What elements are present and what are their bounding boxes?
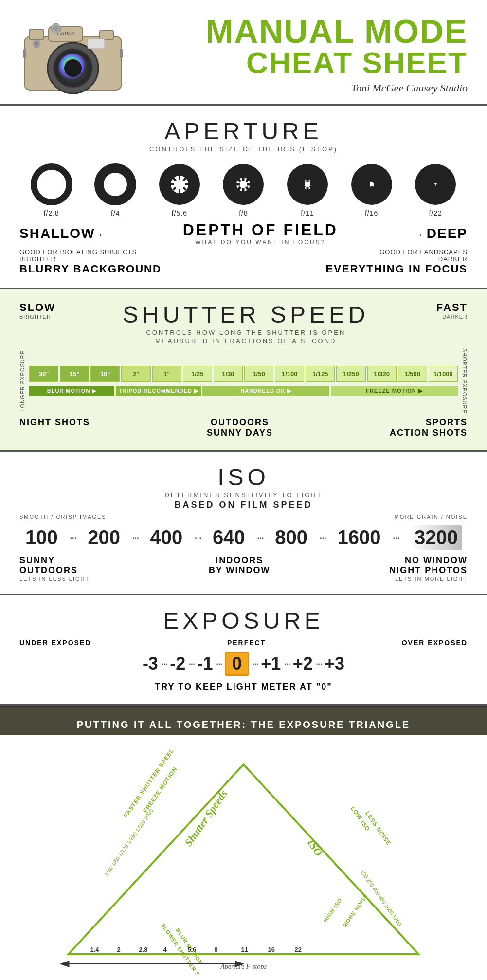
iso-night: NO WINDOWNIGHT PHOTOS LETS IN MORE LIGHT: [389, 555, 468, 581]
header: Canon: [0, 0, 487, 106]
title-area: MANUAL MODE CHEAT SHEET Toni McGee Cause…: [146, 15, 472, 94]
exp-neg2: -2: [170, 653, 185, 674]
svg-text:4: 4: [163, 946, 167, 953]
aperture-item-f16: f/16: [350, 163, 394, 217]
shutter-speed-row: LONGER EXPOSURE 30" 15" 10" 2" 1" 1/25 1…: [19, 348, 468, 414]
iso-200: 200: [88, 526, 120, 548]
shutter-use-outdoors: OUTDOORSSUNNY DAYS: [207, 417, 273, 438]
exposure-scale: -3 ··· -2 ··· -1 ··· 0 ··· +1 ··· +2 ···…: [19, 652, 468, 676]
iris-f8: [221, 163, 265, 206]
svg-point-8: [64, 59, 82, 77]
speed-1: 1": [152, 366, 181, 382]
aperture-label-f22: f/22: [429, 209, 442, 217]
shutter-use-labels: NIGHT SHOTS OUTDOORSSUNNY DAYS SPORTSACT…: [19, 417, 468, 438]
svg-line-39: [238, 179, 240, 182]
title-line1: MANUAL MODE: [146, 15, 468, 48]
svg-line-57: [368, 185, 369, 188]
exp-pos3: +3: [325, 653, 344, 674]
aperture-item-f28: f/2.8: [30, 163, 73, 217]
svg-text:22: 22: [295, 946, 302, 953]
under-exposed-label: UNDER EXPOSED: [19, 639, 91, 647]
exp-pos1: +1: [261, 653, 281, 674]
iso-100: 100: [25, 526, 58, 548]
svg-point-19: [104, 173, 127, 196]
triangle-section: PUTTING IT ALL TOGETHER: THE EXPOSURE TR…: [0, 706, 487, 980]
iris-f56: [158, 163, 201, 206]
motion-freeze-label: FREEZE MOTION ▶: [331, 386, 458, 396]
speed-1125: 1/125: [306, 366, 335, 382]
camera-illustration: Canon: [10, 10, 136, 97]
dof-row: SHALLOW ← DEPTH OF FIELD WHAT DO YOU WAN…: [19, 221, 468, 246]
svg-line-59: [368, 181, 369, 183]
iso-subtitle1: DETERMINES SENSITIVITY TO LIGHT: [19, 491, 468, 499]
speed-cells-container: 30" 15" 10" 2" 1" 1/25 1/30 1/50 1/100 1…: [29, 362, 458, 400]
speed-130: 1/30: [214, 366, 243, 382]
iso-indoors: INDOORSBY WINDOW: [209, 555, 271, 581]
iso-smooth-label: SMOOTH / CRISP IMAGES: [19, 514, 107, 520]
svg-text:16: 16: [268, 946, 275, 953]
aperture-item-f8: f/8: [221, 163, 265, 217]
title-line2: CHEAT SHEET: [146, 48, 468, 78]
aperture-note-right: GOOD FOR LANDSCAPES DARKER EVERYTHING IN…: [326, 248, 468, 275]
speed-1250: 1/250: [336, 366, 365, 382]
svg-line-49: [303, 180, 305, 183]
author-credit: Toni McGee Causey Studio: [146, 82, 468, 94]
speed-125: 1/25: [183, 366, 212, 382]
svg-text:8: 8: [215, 946, 218, 953]
shutter-section: SLOW BRIGHTER SHUTTER SPEED CONTROLS HOW…: [0, 289, 487, 452]
aperture-note-left: GOOD FOR ISOLATING SUBJECTS BRIGHTER BLU…: [19, 248, 162, 275]
aperture-label-f11: f/11: [301, 209, 314, 217]
svg-line-64: [437, 185, 438, 188]
shutter-speed-bar: 30" 15" 10" 2" 1" 1/25 1/30 1/50 1/100 1…: [29, 366, 458, 382]
aperture-circles: f/2.8 f/4: [19, 163, 468, 217]
shallow-label: SHALLOW ←: [19, 226, 108, 241]
exposure-labels-row: UNDER EXPOSED PERFECT OVER EXPOSED: [19, 639, 468, 647]
iris-f16: [350, 163, 394, 206]
aperture-item-f22: f/22: [414, 163, 457, 217]
aperture-item-f56: f/5.6: [158, 163, 201, 217]
motion-handheld-label: HANDHELD OK ▶: [202, 386, 329, 396]
iso-sunny: SUNNYOUTDOORS LETS IN LESS LIGHT: [19, 555, 90, 581]
speed-30: 30": [29, 366, 58, 382]
svg-text:11: 11: [241, 946, 248, 953]
aperture-section: APERTURE CONTROLS THE SIZE OF THE IRIS (…: [0, 106, 487, 289]
speed-11000: 1/1000: [429, 366, 458, 382]
svg-rect-13: [88, 39, 105, 49]
svg-line-47: [303, 186, 305, 189]
aperture-subtitle: CONTROLS THE SIZE OF THE IRIS (F STOP): [19, 145, 468, 153]
svg-line-53: [374, 181, 376, 183]
svg-text:1/30  1/60  1/125  1/250  1/50: 1/30 1/60 1/125 1/250 1/500 1000: [103, 808, 154, 877]
svg-point-17: [37, 170, 66, 199]
iso-640: 640: [213, 526, 245, 548]
svg-rect-2: [29, 29, 44, 40]
speed-10: 10": [90, 366, 120, 382]
svg-rect-15: [120, 49, 123, 58]
iris-f22: [414, 163, 457, 206]
svg-line-33: [246, 179, 248, 182]
svg-text:MORE NOISE: MORE NOISE: [342, 892, 369, 928]
svg-line-45: [310, 186, 312, 189]
exp-pos2: +2: [293, 653, 313, 674]
iso-400: 400: [150, 526, 183, 548]
exposure-tip: TRY TO KEEP LIGHT METER AT "0": [19, 682, 468, 692]
svg-line-68: [433, 181, 434, 183]
shorter-exposure-label: SHORTER EXPOSURE: [462, 348, 468, 414]
shutter-use-sports: SPORTSACTION SHOTS: [390, 417, 468, 438]
svg-marker-69: [69, 764, 419, 954]
iso-3200: 3200: [415, 526, 458, 548]
iso-800: 800: [275, 526, 307, 548]
dof-center: DEPTH OF FIELD WHAT DO YOU WANT IN FOCUS…: [183, 221, 338, 246]
svg-rect-3: [100, 30, 113, 40]
motion-blur-label: BLUR MOTION ▶: [29, 386, 114, 396]
aperture-item-f11: f/11: [286, 163, 329, 217]
shutter-fast: FAST DARKER: [436, 301, 468, 320]
exp-zero: 0: [225, 652, 249, 676]
aperture-label-f28: f/2.8: [44, 209, 59, 217]
iso-3200-bg: 3200: [411, 525, 462, 550]
iris-f28: [30, 163, 73, 206]
svg-rect-14: [23, 49, 26, 58]
exp-neg3: -3: [143, 653, 158, 674]
speed-1500: 1/500: [398, 366, 427, 382]
exposure-section: EXPOSURE UNDER EXPOSED PERFECT OVER EXPO…: [0, 595, 487, 706]
speed-1100: 1/100: [275, 366, 304, 382]
